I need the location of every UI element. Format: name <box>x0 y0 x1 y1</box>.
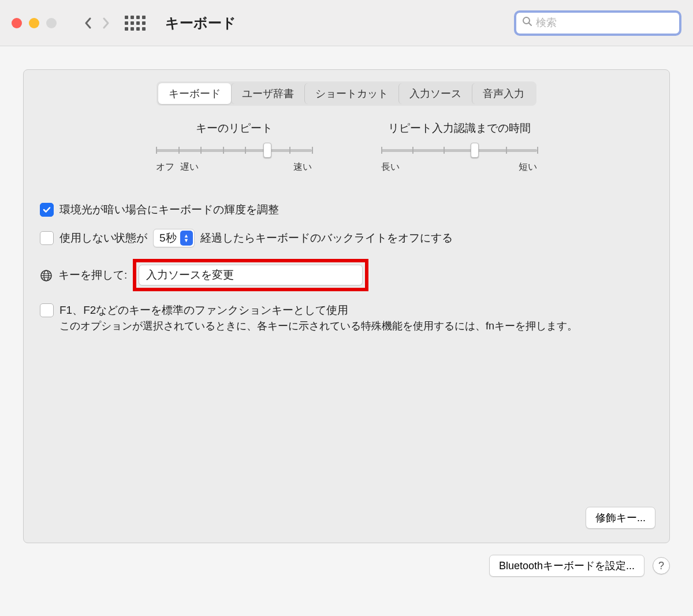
settings-panel: キーボード ユーザ辞書 ショートカット 入力ソース 音声入力 キーのリピート <box>23 69 670 543</box>
delay-long-label: 長い <box>381 161 400 173</box>
idle-duration-select[interactable]: 5秒 ▲▼ <box>153 229 195 247</box>
zoom-window-button <box>46 18 57 28</box>
modifier-keys-button[interactable]: 修飾キー... <box>586 507 655 529</box>
key-repeat-slider-group: キーのリピート オフ 遅い <box>156 121 312 173</box>
tab-dictation[interactable]: 音声入力 <box>472 83 535 104</box>
globe-icon <box>40 269 53 282</box>
backlight-off-suffix: 経過したらキーボードのバックライトをオフにする <box>200 231 453 246</box>
fn-keys-description: このオプションが選択されているときに、各キーに示されている特殊機能を使用するには… <box>59 318 653 335</box>
bluetooth-keyboard-button[interactable]: Bluetoothキーボードを設定... <box>489 555 644 577</box>
tab-keyboard[interactable]: キーボード <box>158 83 231 104</box>
key-repeat-label: キーのリピート <box>156 121 312 136</box>
key-repeat-slider[interactable] <box>156 144 312 157</box>
search-input[interactable] <box>536 17 673 29</box>
help-button[interactable]: ? <box>653 557 670 574</box>
tab-bar: キーボード ユーザ辞書 ショートカット 入力ソース 音声入力 <box>38 81 655 106</box>
search-icon <box>522 16 532 29</box>
tab-shortcuts[interactable]: ショートカット <box>304 83 398 104</box>
key-repeat-off-label: オフ <box>156 162 174 172</box>
delay-label: リピート入力認識までの時間 <box>381 121 537 136</box>
fn-keys-label: F1、F2などのキーを標準のファンクションキーとして使用 <box>59 303 348 318</box>
adjust-brightness-checkbox[interactable] <box>40 203 54 217</box>
footer: Bluetoothキーボードを設定... ? <box>0 543 693 588</box>
key-repeat-fast-label: 速い <box>293 161 312 173</box>
backlight-off-prefix: 使用しない状態が <box>59 231 147 246</box>
minimize-window-button[interactable] <box>29 18 39 28</box>
toolbar: キーボード <box>0 0 693 46</box>
close-window-button[interactable] <box>12 18 22 28</box>
backlight-off-checkbox[interactable] <box>40 231 54 245</box>
window-title: キーボード <box>165 14 236 32</box>
delay-short-label: 短い <box>519 161 537 173</box>
tab-input-sources[interactable]: 入力ソース <box>398 83 472 104</box>
globe-action-select[interactable]: 入力ソースを変更 ▲▼ <box>139 265 363 285</box>
traffic-lights <box>12 18 57 28</box>
fn-keys-checkbox[interactable] <box>40 303 54 317</box>
back-button[interactable] <box>80 16 97 30</box>
globe-action-value: 入力ソースを変更 <box>146 268 234 283</box>
stepper-icon: ▲▼ <box>346 267 360 283</box>
key-repeat-slow-label: 遅い <box>180 162 199 172</box>
delay-slider[interactable] <box>381 144 537 157</box>
delay-slider-group: リピート入力認識までの時間 長い 短い <box>381 121 537 173</box>
highlighted-region: 入力ソースを変更 ▲▼ <box>133 259 368 291</box>
adjust-brightness-label: 環境光が暗い場合にキーボードの輝度を調整 <box>59 202 279 217</box>
globe-key-label: キーを押して: <box>58 268 127 283</box>
svg-line-1 <box>529 23 531 25</box>
search-field[interactable] <box>514 10 681 36</box>
stepper-icon: ▲▼ <box>180 231 193 246</box>
show-all-icon[interactable] <box>125 16 146 31</box>
forward-button <box>97 16 114 30</box>
idle-duration-value: 5秒 <box>159 231 177 246</box>
tab-user-dictionary[interactable]: ユーザ辞書 <box>231 83 304 104</box>
